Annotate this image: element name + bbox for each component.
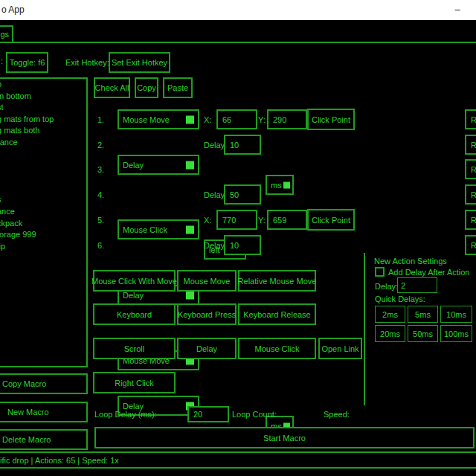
macro-list-item[interactable]: ckpack xyxy=(0,218,86,230)
copy-button[interactable]: Copy xyxy=(135,77,158,98)
action-type-dropdown[interactable]: Delay xyxy=(118,155,199,175)
macro-list-item[interactable]: g mats from top xyxy=(0,114,86,126)
macro-list-item[interactable]: ance xyxy=(0,206,86,218)
y-label: Y: xyxy=(258,216,266,225)
add-delay-button[interactable]: Delay xyxy=(177,338,237,359)
speed-label: Speed: xyxy=(324,410,350,419)
settings-delay-label: Delay: xyxy=(375,282,398,291)
add-keyboard-press-button[interactable]: Keyboard Press xyxy=(177,303,237,325)
action-row-number: 4. xyxy=(97,190,104,199)
loop-delay-value: 20 xyxy=(193,410,202,419)
macro-list-item[interactable]: st xyxy=(0,102,86,114)
new-macro-button[interactable]: New Macro xyxy=(0,402,88,422)
new-action-settings-title: New Action Settings xyxy=(374,257,447,266)
y-label: Y: xyxy=(258,115,266,124)
action-type-value: Mouse Click xyxy=(123,225,167,234)
set-exit-hotkey-button[interactable]: Set Exit Hotkey xyxy=(109,52,170,73)
x-label: X: xyxy=(204,115,211,124)
quick-delay-2ms-button[interactable]: 2ms xyxy=(375,306,405,323)
action-type-value: Delay xyxy=(123,291,144,300)
delete-macro-button[interactable]: Delete Macro xyxy=(0,429,88,450)
action-type-dropdown[interactable]: Mouse Click xyxy=(118,219,199,239)
macro-list-item[interactable]: m bottom xyxy=(0,91,86,103)
add-right-click-button[interactable]: Right Click xyxy=(93,372,176,393)
action-type-dropdown[interactable]: Mouse Move xyxy=(118,109,199,129)
quick-delay-50ms-button[interactable]: 50ms xyxy=(408,325,438,342)
dropdown-indicator-icon xyxy=(186,115,194,123)
check-all-button[interactable]: Check All xyxy=(94,77,130,98)
action-type-value: Delay xyxy=(123,402,144,411)
macro-list-item[interactable]: g mats both xyxy=(0,125,86,137)
x-input[interactable]: 66 xyxy=(216,109,257,129)
status-text: ific drop | Actions: 65 | Speed: 1x xyxy=(0,456,119,465)
quick-delay-5ms-button[interactable]: 5ms xyxy=(408,306,438,323)
macro-list[interactable]: o m bottom st g mats from top g mats bot… xyxy=(0,77,88,367)
quick-delay-100ms-button[interactable]: 100ms xyxy=(440,325,472,342)
macro-list-item[interactable]: s xyxy=(0,194,86,206)
x-value: 770 xyxy=(222,216,236,225)
minimize-button[interactable]: – xyxy=(445,0,470,20)
macro-list-item[interactable]: torage 999 xyxy=(0,229,86,241)
delay-unit-dropdown[interactable]: ms xyxy=(266,175,294,195)
macro-list-item[interactable] xyxy=(0,183,86,195)
remove-action-button[interactable]: R xyxy=(465,184,476,205)
y-input[interactable]: 290 xyxy=(267,109,307,129)
delay-value: 10 xyxy=(230,141,239,149)
remove-action-button[interactable]: R xyxy=(465,109,476,129)
exit-hotkey-label: Exit Hotkey: xyxy=(65,58,109,67)
add-mouse-click-with-move-button[interactable]: Mouse Click With Move xyxy=(93,270,176,292)
action-row-number: 3. xyxy=(97,165,104,174)
paste-button[interactable]: Paste xyxy=(163,77,193,98)
macro-list-item[interactable]: lip xyxy=(0,241,86,253)
dropdown-indicator-icon xyxy=(186,161,194,169)
action-row-number: 6. xyxy=(97,241,104,250)
macro-list-item[interactable]: rance xyxy=(0,137,86,149)
tabstrip-divider xyxy=(0,42,476,43)
remove-action-button[interactable]: R xyxy=(465,235,476,255)
delay-value: 50 xyxy=(230,190,239,199)
delay-input[interactable]: 10 xyxy=(224,135,261,155)
click-point-button[interactable]: Click Point xyxy=(307,109,355,130)
add-open-link-button[interactable]: Open Link xyxy=(318,338,362,359)
macro-list-item[interactable]: o xyxy=(0,79,86,91)
add-delay-after-action-label: Add Delay After Action xyxy=(388,268,469,277)
action-row-number: 2. xyxy=(97,141,104,149)
dropdown-indicator-icon xyxy=(186,225,194,234)
title-bar: o App – xyxy=(0,0,476,20)
remove-action-button[interactable]: R xyxy=(465,135,476,155)
start-macro-button[interactable]: Start Macro xyxy=(94,427,475,448)
add-scroll-button[interactable]: Scroll xyxy=(93,338,176,359)
x-label: X: xyxy=(204,216,211,225)
click-point-button[interactable]: Click Point xyxy=(307,209,355,231)
loop-delay-input[interactable]: 20 xyxy=(187,406,229,422)
remove-action-button[interactable]: R xyxy=(465,210,476,230)
settings-panel-divider xyxy=(364,253,365,405)
add-delay-after-action-checkbox[interactable] xyxy=(375,267,385,277)
delay-input[interactable]: 50 xyxy=(224,184,261,205)
dropdown-indicator-icon xyxy=(186,291,194,299)
delay-input[interactable]: 10 xyxy=(224,235,261,255)
add-relative-mouse-move-button[interactable]: Relative Mouse Move xyxy=(238,270,316,292)
y-input[interactable]: 659 xyxy=(267,210,307,230)
add-keyboard-button[interactable]: Keyboard xyxy=(93,303,176,325)
window-title: o App xyxy=(1,0,25,20)
add-mouse-move-button[interactable]: Mouse Move xyxy=(177,270,237,292)
macro-list-item[interactable] xyxy=(0,171,86,183)
copy-macro-button[interactable]: Copy Macro xyxy=(0,373,88,394)
macro-list-item[interactable] xyxy=(0,160,86,172)
toggle-hotkey-button[interactable]: Toggle: f6 xyxy=(6,52,48,73)
tab-settings[interactable]: gs xyxy=(0,25,13,43)
quick-delay-10ms-button[interactable]: 10ms xyxy=(440,306,472,323)
remove-action-button[interactable]: R xyxy=(465,159,476,179)
x-input[interactable]: 770 xyxy=(216,210,257,230)
tab-label: gs xyxy=(0,30,9,39)
add-mouse-click-button[interactable]: Mouse Click xyxy=(238,338,316,359)
loop-count-label: Loop Count: xyxy=(232,410,277,419)
macro-list-item[interactable] xyxy=(0,148,86,160)
y-value: 659 xyxy=(273,216,286,225)
action-type-value: Mouse Move xyxy=(123,115,170,124)
quick-delay-20ms-button[interactable]: 20ms xyxy=(375,325,405,342)
settings-delay-input[interactable]: 2 xyxy=(397,277,437,293)
toggle-hotkey-label: : xyxy=(1,57,3,65)
add-keyboard-release-button[interactable]: Keyboard Release xyxy=(238,303,316,325)
